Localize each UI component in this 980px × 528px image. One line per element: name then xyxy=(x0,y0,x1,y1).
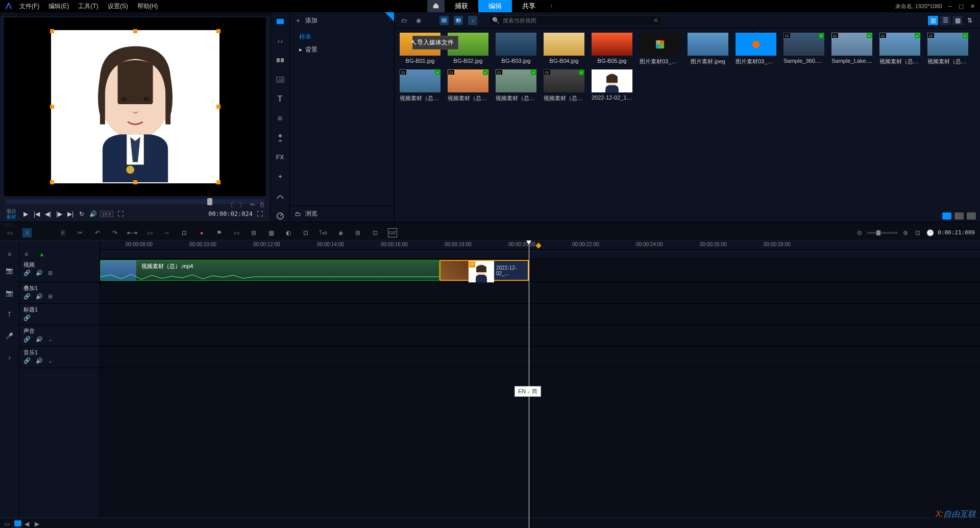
preview-scrubber[interactable] xyxy=(6,199,264,204)
menu-tools[interactable]: 工具(T) xyxy=(78,2,98,11)
library-item[interactable]: ▭✓Sample_Lake.... xyxy=(831,33,872,65)
tool-speed[interactable] xyxy=(275,210,285,221)
volume-button[interactable]: 🔊 xyxy=(89,210,97,218)
track-expand-icon[interactable]: ⌄ xyxy=(48,357,53,364)
tl-storyboard-button[interactable]: ▭ xyxy=(5,228,14,237)
tl-ripple-button[interactable]: ⇤⇥ xyxy=(128,228,137,237)
resize-handle-mr[interactable] xyxy=(216,105,220,109)
tl-cut-button[interactable]: ✂ xyxy=(76,228,85,237)
clip-video-1[interactable]: 视频素材（总）.mp4 xyxy=(100,260,439,281)
tl-zoom-sel-button[interactable]: ⊡ xyxy=(180,228,189,237)
filter-video-button[interactable] xyxy=(439,16,449,25)
zoom-in-button[interactable]: ⊕ xyxy=(901,228,910,237)
zoom-fit-button[interactable]: ⊡ xyxy=(913,228,922,237)
tab-capture[interactable]: 捕获 xyxy=(445,0,478,13)
tab-edit[interactable]: 编辑 xyxy=(478,0,512,13)
mode-source[interactable]: 素材 xyxy=(6,214,16,220)
resize-handle-bl[interactable] xyxy=(50,180,54,184)
track-icon-voice[interactable]: 🎤 xyxy=(0,325,19,347)
tl-3d-button[interactable]: T₃ᴅ xyxy=(318,228,328,237)
tl-mask-button[interactable]: ◐ xyxy=(284,228,293,237)
search-input[interactable] xyxy=(503,17,650,23)
track-header[interactable]: 音乐1🔗🔊⌄ xyxy=(19,347,100,368)
play-button[interactable]: ▶ xyxy=(21,210,30,218)
track-icon-title[interactable]: T xyxy=(0,304,19,325)
tl-timeline-button[interactable]: ≡ xyxy=(22,228,32,237)
browse-button[interactable]: 🗀 浏览 xyxy=(290,205,394,222)
upload-icon[interactable]: ↑ xyxy=(550,3,553,10)
tl-grid-button[interactable]: ▦ xyxy=(266,228,276,237)
tl-chapter-button[interactable]: ▭ xyxy=(232,228,241,237)
track-header[interactable]: 标题1🔗 xyxy=(19,304,100,325)
track-icon-overlay[interactable]: 📷 xyxy=(0,282,19,304)
mode-project[interactable]: 项目 xyxy=(6,208,16,214)
capture-button[interactable]: ◉ xyxy=(414,16,423,25)
resize-handle-tm[interactable] xyxy=(133,29,137,33)
panel-mode-3[interactable] xyxy=(967,212,976,220)
resize-preview-icon[interactable]: ⛶ xyxy=(116,210,125,218)
track-vol-icon[interactable]: 🔊 xyxy=(36,357,43,364)
track-header[interactable]: 声音🔗🔊⌄ xyxy=(19,325,100,347)
track-hdr-opt2[interactable]: ▲ xyxy=(39,251,46,258)
clear-search-icon[interactable]: ✕ xyxy=(653,17,658,24)
library-item[interactable]: ▭✓视频素材（总）.... xyxy=(400,69,440,102)
tool-fx[interactable]: FX xyxy=(275,152,285,162)
track-vol-icon[interactable]: 🔊 xyxy=(36,293,43,300)
track-list-icon[interactable]: ≡ xyxy=(8,251,11,258)
track-vol-icon[interactable]: 🔊 xyxy=(36,270,43,276)
resize-handle-tl[interactable] xyxy=(50,29,54,33)
tl-gif-button[interactable]: GIF xyxy=(388,228,397,237)
fullscreen-button[interactable]: ⛶ xyxy=(256,210,264,218)
view-large-button[interactable]: ▦ xyxy=(928,16,938,25)
view-grid-button[interactable]: ▦ xyxy=(952,16,963,25)
library-item[interactable]: 图片素材03_副... xyxy=(640,33,680,65)
close-button[interactable]: ✕ xyxy=(969,3,976,10)
track-header[interactable]: 叠加1🔗🔊⊞ xyxy=(19,282,100,304)
tool-text[interactable]: T xyxy=(275,94,285,104)
minimize-button[interactable]: ─ xyxy=(946,3,953,10)
track-link-icon[interactable]: 🔗 xyxy=(23,293,31,300)
panel-mode-1[interactable] xyxy=(942,212,951,220)
tool-behavior[interactable] xyxy=(275,133,285,143)
tl-record-button[interactable]: ● xyxy=(197,228,206,237)
preview-viewport[interactable] xyxy=(4,17,266,196)
menu-file[interactable]: 文件(F) xyxy=(19,2,39,11)
tl-crop-button[interactable]: ⊡ xyxy=(371,228,380,237)
library-item[interactable]: ▭✓视频素材（总）.... xyxy=(496,69,536,102)
library-item[interactable]: BG-B05.jpg xyxy=(592,33,632,65)
nav-samples[interactable]: 样本 xyxy=(290,31,394,43)
timeline-tracks[interactable]: 00:00:08:0000:00:10:0000:00:12:0000:00:1… xyxy=(100,241,980,528)
menu-edit[interactable]: 编辑(E) xyxy=(48,2,69,11)
loop-button[interactable]: ↻ xyxy=(78,210,86,218)
panel-mode-2[interactable] xyxy=(954,212,964,220)
pin-corner-icon[interactable] xyxy=(385,12,394,21)
sort-button[interactable]: ⇅ xyxy=(965,16,975,25)
track-grid-icon[interactable]: ⊞ xyxy=(48,293,53,300)
track-voice[interactable] xyxy=(100,325,980,347)
bb-prev[interactable]: ◀ xyxy=(24,520,32,526)
track-link-icon[interactable]: 🔗 xyxy=(23,336,31,343)
library-item[interactable]: ▭✓Sample_360.m... xyxy=(783,33,824,65)
track-link-icon[interactable]: 🔗 xyxy=(23,315,31,321)
panel-grip[interactable]: :::::::: xyxy=(0,12,270,16)
maximize-button[interactable]: ▢ xyxy=(958,3,965,10)
track-icon-video[interactable]: 📷 xyxy=(0,259,19,282)
tl-track-button[interactable]: ⊡ xyxy=(301,228,310,237)
search-box[interactable]: 🔍 ✕ xyxy=(488,15,662,26)
filter-audio-button[interactable]: ♪ xyxy=(468,16,477,25)
bb-icon2[interactable] xyxy=(14,520,21,526)
preview-selection[interactable] xyxy=(51,30,219,183)
nav-backgrounds[interactable]: ▸背景 xyxy=(290,43,394,56)
tab-home[interactable] xyxy=(427,0,445,13)
track-music[interactable] xyxy=(100,347,980,368)
resize-handle-bm[interactable] xyxy=(133,180,137,184)
tool-audio[interactable]: ♪♪ xyxy=(275,36,285,46)
library-item[interactable]: BG-B04.jpg xyxy=(544,33,584,65)
track-video[interactable]: 视频素材（总）.mp4 ★ 2022-12-02_... xyxy=(100,259,980,282)
track-link-icon[interactable]: 🔗 xyxy=(23,357,31,364)
goto-start-button[interactable]: |◀ xyxy=(33,210,41,218)
add-media-button[interactable]: ＋ 添加 xyxy=(290,12,394,29)
tl-redo-button[interactable]: ↷ xyxy=(110,228,119,237)
snapshot-icon[interactable]: ⎙ xyxy=(260,201,264,210)
track-icon-music[interactable]: ♪ xyxy=(0,347,19,368)
